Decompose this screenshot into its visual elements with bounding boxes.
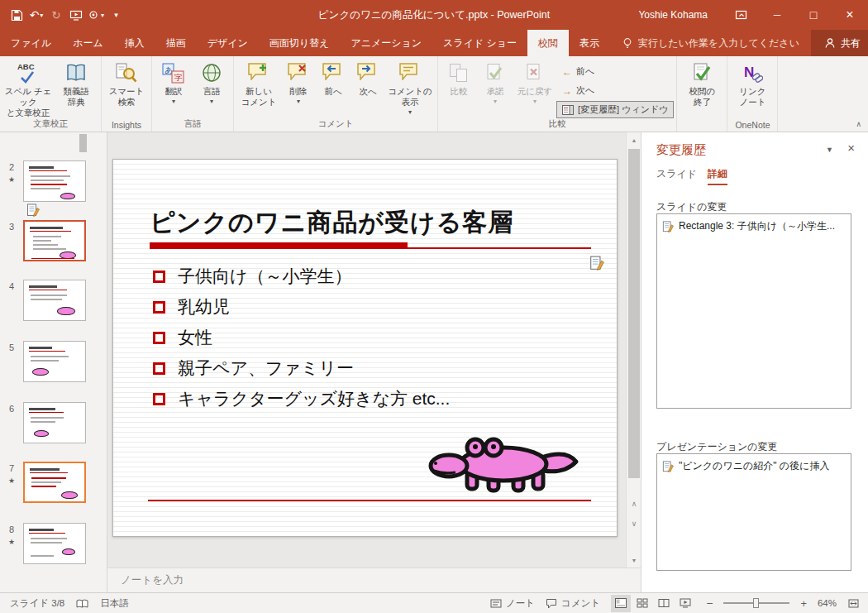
reviewing-pane-toggle[interactable]: [変更履歴] ウィンドウ [556, 101, 674, 118]
input-language[interactable]: 日本語 [100, 597, 129, 610]
slide-thumbnail-4[interactable] [23, 280, 86, 321]
pink-crocodile-drawing[interactable] [427, 423, 580, 496]
spellcheck-icon: ABC [17, 61, 40, 84]
slide-title-text[interactable]: ピンクのワニ商品が受ける客層 [150, 206, 513, 240]
ribbon-display-options-button[interactable] [723, 0, 759, 30]
footer-line [148, 500, 591, 501]
view-normal-button[interactable] [611, 595, 631, 612]
slide-changes-label: スライドの変更 [656, 200, 727, 214]
proofing-status-icon[interactable] [76, 598, 88, 609]
status-bar: スライド 3/8 日本語 ノート コメント [0, 592, 868, 613]
comments-toggle-button[interactable]: コメント [546, 597, 600, 610]
notes-area[interactable]: ノートを入力 [107, 568, 641, 592]
end-review-button[interactable]: 校閲の 終了 [680, 58, 724, 117]
slide-thumbnail-8[interactable] [23, 523, 86, 564]
minimize-button[interactable]: ─ [759, 0, 795, 30]
tab-home[interactable]: ホーム [62, 30, 114, 56]
tab-animations[interactable]: アニメーション [340, 30, 432, 56]
scrollbar-thumb[interactable] [628, 149, 640, 478]
delete-comment-button[interactable]: 削除 ▾ [281, 58, 316, 117]
restore-button[interactable]: □ [795, 0, 832, 30]
tab-review[interactable]: 校閲 [527, 30, 569, 56]
close-icon: × [846, 7, 853, 22]
show-comments-button[interactable]: コメントの 表示 ▾ [385, 58, 435, 117]
accept-check-icon [484, 61, 507, 84]
ribbon: ABC スペル チェック と文章校正 類義語 辞典 文章校正 スマート 検索 I… [0, 56, 868, 132]
slide-thumbnail-2[interactable] [23, 160, 86, 202]
language-button[interactable]: 言語 ▾ [193, 58, 231, 117]
zoom-out-button[interactable]: − [706, 596, 713, 610]
fit-to-window-button[interactable] [847, 598, 860, 609]
revision-list-item[interactable]: Rectangle 3: 子供向け（～小学生... [657, 214, 851, 238]
tab-insert[interactable]: 挿入 [114, 30, 155, 56]
save-button[interactable] [7, 4, 26, 26]
zoom-in-button[interactable]: + [800, 597, 807, 610]
pane-close-button[interactable]: × [847, 141, 855, 155]
slide-thumbnail-3-current[interactable] [23, 220, 86, 261]
view-reading-button[interactable] [654, 595, 674, 612]
slide-editor[interactable]: ピンクのワニ商品が受ける客層 子供向け（～小学生） 乳幼児 女性 親子ペア、ファ… [112, 159, 618, 537]
next-slide-button[interactable]: ∨ [627, 515, 641, 533]
slide-thumbnail-7[interactable] [23, 462, 86, 503]
slide-number: 7 [9, 463, 14, 473]
smart-lookup-button[interactable]: スマート 検索 [104, 58, 149, 117]
tab-file[interactable]: ファイル [0, 30, 62, 56]
previous-comment-button[interactable]: 前へ [316, 58, 351, 117]
bullet-item[interactable]: 子供向け（～小学生） [153, 264, 352, 289]
linked-notes-button[interactable]: N リンク ノート [730, 58, 775, 117]
thumbnail-scrollbar-thumb[interactable] [79, 134, 87, 152]
pane-options-button[interactable]: ▼ [826, 146, 833, 154]
close-button[interactable]: × [832, 0, 868, 30]
previous-change-button[interactable]: ← 前へ [556, 63, 674, 80]
share-button[interactable]: 共有 [811, 30, 868, 56]
slide-thumbnail-6[interactable] [23, 402, 86, 443]
minimize-icon: ─ [774, 9, 781, 21]
new-comment-button[interactable]: 新しい コメント [236, 58, 281, 117]
tab-design[interactable]: デザイン [197, 30, 259, 56]
group-language: あ字 翻訳 ▾ 言語 ▾ 言語 [152, 56, 234, 132]
undo-button[interactable]: ↶▾ [26, 4, 46, 26]
zoom-slider[interactable] [723, 602, 789, 604]
notes-toggle-button[interactable]: ノート [490, 597, 535, 610]
customize-quick-access-button[interactable]: ▾ [106, 4, 126, 26]
revisions-tab-details[interactable]: 詳細 [708, 167, 727, 185]
scroll-up-button[interactable]: ▲ [627, 132, 641, 147]
revision-marker-icon[interactable] [589, 256, 604, 271]
zoom-slider-thumb[interactable] [753, 598, 759, 608]
thesaurus-button[interactable]: 類義語 辞典 [54, 58, 98, 117]
zoom-level[interactable]: 64% [818, 598, 837, 608]
repeat-icon: ↻ [52, 9, 61, 22]
tab-view[interactable]: 表示 [569, 30, 610, 56]
tell-me-box[interactable]: 実行したい作業を入力してください [610, 30, 811, 56]
bullet-item[interactable]: 乳幼児 [153, 295, 230, 319]
view-slide-sorter-button[interactable] [632, 595, 652, 612]
revert-icon [523, 61, 546, 84]
view-slideshow-button[interactable] [675, 595, 695, 612]
previous-slide-button[interactable]: ∧ [627, 495, 641, 513]
bullet-item[interactable]: 親子ペア、ファミリー [153, 356, 354, 381]
translate-button[interactable]: あ字 翻訳 ▾ [155, 58, 193, 117]
start-from-beginning-button[interactable] [66, 4, 86, 26]
tab-transitions[interactable]: 画面切り替え [259, 30, 341, 56]
slide-thumbnail-5[interactable] [23, 341, 86, 382]
normal-view-icon [615, 598, 627, 608]
next-comment-button[interactable]: 次へ [351, 58, 385, 117]
powerpoint-window: ↶▾ ↻ ▾ ▾ ピンクのワニの商品化について.pptx - PowerPoin… [0, 0, 868, 613]
revision-marker-icon[interactable] [26, 204, 40, 217]
restore-icon: □ [810, 8, 817, 22]
bullet-item[interactable]: キャラクターグッズ好きな方 etc... [153, 386, 450, 411]
scroll-down-button[interactable]: ▼ [627, 553, 641, 568]
user-name: Yoshie Kohama [638, 9, 708, 21]
repeat-button[interactable]: ↻ [46, 4, 66, 26]
bullet-item[interactable]: 女性 [153, 325, 212, 350]
spell-check-button[interactable]: ABC スペル チェック と文章校正 [2, 58, 54, 117]
revision-list-item[interactable]: "ピンクのワニの紹介" の後に挿入 [657, 454, 851, 478]
tab-slideshow[interactable]: スライド ショー [432, 30, 527, 56]
revisions-tab-slides[interactable]: スライド [656, 167, 697, 184]
group-comments: 新しい コメント 削除 ▾ 前へ 次へ コメントの 表示 ▾ コメント [234, 56, 438, 132]
tab-draw[interactable]: 描画 [155, 30, 197, 56]
collapse-ribbon-button[interactable]: ∧ [856, 120, 861, 128]
next-change-button[interactable]: → 次へ [556, 82, 674, 99]
dropdown-icon: ▾ [210, 98, 213, 105]
touch-mouse-mode-button[interactable]: ▾ [86, 4, 106, 26]
